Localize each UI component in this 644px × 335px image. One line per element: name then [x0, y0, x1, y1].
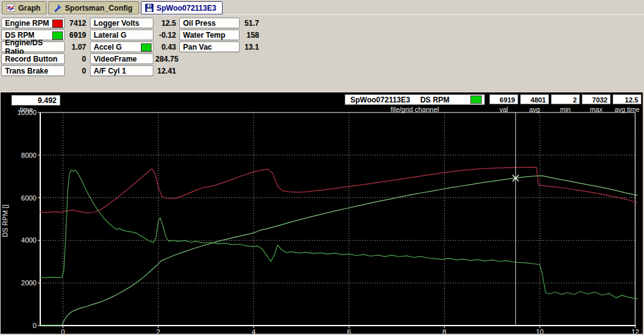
channel-column-1: Engine RPM 7412 DS RPM 6919 Engine/DS Ra… [1, 18, 86, 77]
file-grid-channel-label: file/grid channel [345, 106, 485, 113]
panel-edge-left [0, 92, 1, 335]
channel-button-videoframe[interactable]: VideoFrame [90, 53, 153, 64]
channel-value-engine-ds-ratio: 1.07 [67, 43, 86, 52]
y-tick-label: 4000 [21, 236, 36, 244]
channel-value-lateral-g: -0.12 [155, 31, 176, 40]
y-tick-label: 6000 [21, 194, 36, 202]
series-accel-g-own-scale- [40, 170, 638, 299]
channel-button-logger-volts[interactable]: Logger Volts [90, 18, 153, 28]
selected-channel-swatch [470, 96, 482, 104]
tabbar-divider [0, 14, 644, 15]
stat-avg-box: 4801 [520, 94, 549, 104]
stat-val-label: val [489, 106, 518, 113]
channel-row-trans-brake: Trans Brake 0 [1, 65, 86, 76]
stat-avg-time-label: avg time [613, 106, 641, 113]
channel-row-accel-g: Accel G 0.43 [90, 41, 176, 52]
channel-row-logger-volts: Logger Volts 12.5 [90, 18, 176, 28]
channel-label: Logger Volts [94, 19, 139, 28]
channel-button-trans-brake[interactable]: Trans Brake [1, 65, 65, 76]
channel-button-lateral-g[interactable]: Lateral G [90, 30, 153, 40]
channel-value-ds-rpm: 6919 [67, 31, 86, 40]
channel-button-water-temp[interactable]: Water Temp [179, 30, 240, 40]
tab-sportsman-config[interactable]: Sportsman_Config [48, 1, 138, 14]
channel-button-record-button[interactable]: Record Button [1, 53, 65, 64]
file-grid-channel-box[interactable]: SpWoo072113E3 DS RPM [345, 94, 485, 105]
y-tick-label: 8000 [21, 151, 36, 159]
channel-value-record-button: 0 [67, 55, 86, 63]
y-tick-label: 2000 [21, 279, 36, 287]
channel-label: Record Button [5, 55, 57, 63]
channel-button-accel-g[interactable]: Accel G [90, 41, 153, 52]
datalink-window: Graph Sportsman_Config SpWoo072113E3 Eng… [0, 0, 644, 335]
channel-value-pan-vac: 13.1 [242, 43, 259, 52]
stat-min-label: min [551, 106, 580, 113]
channel-row-pan-vac: Pan Vac 13.1 [179, 41, 259, 52]
cursor-time-box: 9.492 [11, 95, 60, 106]
channel-button-engine-rpm[interactable]: Engine RPM [1, 18, 65, 28]
channel-row-engine-rpm: Engine RPM 7412 [1, 18, 86, 28]
channel-button-pan-vac[interactable]: Pan Vac [179, 41, 240, 52]
graph-panel: 0200040006000800010000024681012 9.492 ti… [0, 92, 644, 335]
stat-val-box: 6919 [489, 94, 518, 104]
channel-label: Engine RPM [5, 19, 49, 28]
chart-icon [6, 4, 15, 12]
wrench-icon [53, 4, 62, 12]
channel-row-engine-ds-ratio: Engine/DS Ratio 1.07 [1, 41, 86, 52]
stat-avg-label: avg [520, 106, 549, 113]
selected-channel-name: DS RPM [420, 96, 450, 104]
channel-row-record-button: Record Button 0 [1, 53, 86, 64]
channel-button-af-cyl-1[interactable]: A/F Cyl 1 [90, 65, 153, 76]
tab-graph[interactable]: Graph [2, 1, 47, 14]
file-name: SpWoo072113E3 [350, 96, 410, 104]
engine-rpm-color-swatch [52, 19, 63, 28]
y-axis-title: DS RPM [] [1, 187, 9, 256]
channel-row-videoframe: VideoFrame 284.75 [90, 53, 176, 64]
channel-button-oil-press[interactable]: Oil Press [179, 18, 240, 28]
channel-value-engine-rpm: 7412 [67, 19, 86, 28]
channel-label: Oil Press [183, 19, 216, 28]
channel-row-water-temp: Water Temp 158 [179, 30, 259, 40]
tab-graph-label: Graph [18, 4, 40, 13]
channel-button-engine-ds-ratio[interactable]: Engine/DS Ratio [1, 41, 65, 52]
time-unit-label: time [13, 106, 40, 113]
channel-label: Lateral G [94, 31, 126, 40]
channel-value-accel-g: 0.43 [155, 43, 176, 52]
accel-g-color-swatch [141, 43, 152, 52]
tab-bar: Graph Sportsman_Config SpWoo072113E3 [2, 1, 223, 14]
tab-file-label: SpWoo072113E3 [157, 4, 216, 13]
series-ds-rpm [40, 176, 638, 326]
y-tick-label: 0 [33, 322, 36, 329]
tab-sportsman-config-label: Sportsman_Config [65, 4, 132, 13]
stat-max-box: 7032 [582, 94, 611, 104]
plot-area[interactable]: 0200040006000800010000024681012 [0, 92, 644, 334]
stat-max-label: max [582, 106, 611, 113]
channel-value-oil-press: 51.7 [242, 19, 259, 28]
channel-column-3: Oil Press 51.7 Water Temp 158 Pan Vac 13… [179, 18, 259, 53]
channel-label: Water Temp [183, 31, 225, 40]
stat-min-box: 2 [551, 94, 580, 104]
channel-row-oil-press: Oil Press 51.7 [179, 18, 259, 28]
channel-label: Accel G [94, 43, 122, 52]
channel-value-af-cyl-1: 12.41 [155, 67, 176, 75]
channel-row-af-cyl-1: A/F Cyl 1 12.41 [90, 65, 176, 76]
channel-label: VideoFrame [94, 55, 136, 63]
series-engine-rpm [40, 167, 638, 213]
channel-value-logger-volts: 12.5 [155, 19, 176, 28]
tab-file-spwoo072113e3[interactable]: SpWoo072113E3 [141, 1, 223, 14]
channel-column-2: Logger Volts 12.5 Lateral G -0.12 Accel … [90, 18, 176, 77]
channel-label: Pan Vac [183, 43, 212, 52]
channel-value-videoframe: 284.75 [155, 55, 176, 63]
channel-value-trans-brake: 0 [67, 67, 86, 75]
channel-row-lateral-g: Lateral G -0.12 [90, 30, 176, 40]
floppy-icon [145, 4, 153, 12]
stat-avg-time-box: 12.5 [613, 94, 641, 104]
channel-value-water-temp: 158 [242, 31, 259, 40]
channel-label: Trans Brake [5, 67, 48, 75]
channel-label: A/F Cyl 1 [94, 67, 126, 75]
